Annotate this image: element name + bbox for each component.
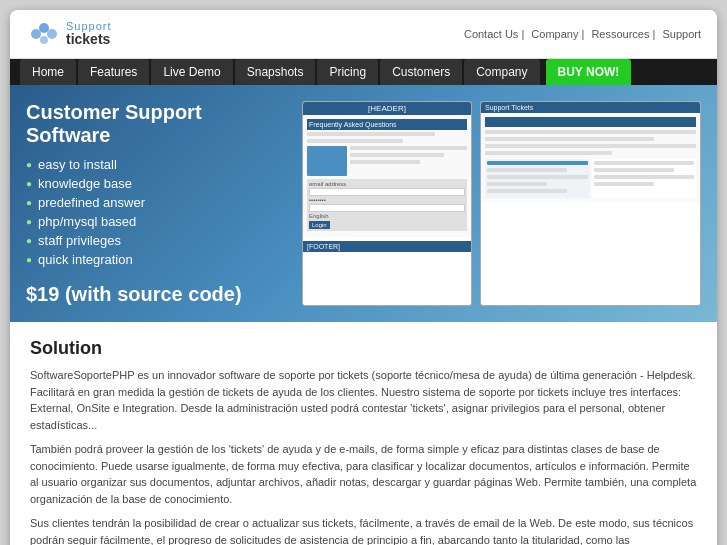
feature-knowledge: knowledge base <box>26 176 286 191</box>
nav-buy-now[interactable]: BUY NOW! <box>546 59 632 85</box>
screenshot-header-label: [HEADER] <box>303 102 471 115</box>
feature-integration: quick integration <box>26 252 286 267</box>
logo-text: Support tickets <box>66 20 112 47</box>
hero-price: $19 (with source code) <box>26 283 286 306</box>
hero-section: Customer Support Software easy to instal… <box>10 85 717 322</box>
logo-icon <box>26 16 62 52</box>
nav-live-demo[interactable]: Live Demo <box>151 59 232 85</box>
company-link[interactable]: Company <box>531 28 578 40</box>
support-link[interactable]: Support <box>662 28 701 40</box>
hero-left: Customer Support Software easy to instal… <box>26 101 286 306</box>
hero-screenshots: [HEADER] Frequently Asked Questions <box>302 101 701 306</box>
nav-company[interactable]: Company <box>464 59 539 85</box>
svg-point-1 <box>39 23 49 33</box>
feature-staff: staff privileges <box>26 233 286 248</box>
solution-title: Solution <box>30 338 697 359</box>
feature-install: easy to install <box>26 157 286 172</box>
solution-para-1: SoftwareSoportePHP es un innovador softw… <box>30 367 697 433</box>
main-content: Solution SoftwareSoportePHP es un innova… <box>10 322 717 545</box>
feature-php: php/mysql based <box>26 214 286 229</box>
feature-predefined: predefined answer <box>26 195 286 210</box>
solution-para-2: También podrá proveer la gestión de los … <box>30 441 697 507</box>
page-wrapper: Support tickets Contact Us | Company | R… <box>10 10 717 545</box>
svg-point-3 <box>40 36 48 44</box>
screenshot2-header: Support Tickets <box>481 102 700 113</box>
svg-point-2 <box>47 29 57 39</box>
screenshot-1: [HEADER] Frequently Asked Questions <box>302 101 472 306</box>
screenshot-footer-label: [FOOTER] <box>303 241 471 252</box>
nav-home[interactable]: Home <box>20 59 76 85</box>
contact-us-link[interactable]: Contact Us <box>464 28 518 40</box>
solution-section: Solution SoftwareSoportePHP es un innova… <box>30 338 697 545</box>
ressources-link[interactable]: Ressources <box>591 28 649 40</box>
nav-snapshots[interactable]: Snapshots <box>235 59 316 85</box>
top-nav-links: Contact Us | Company | Ressources | Supp… <box>460 28 701 40</box>
top-header: Support tickets Contact Us | Company | R… <box>10 10 717 59</box>
nav-customers[interactable]: Customers <box>380 59 462 85</box>
svg-point-0 <box>31 29 41 39</box>
hero-features-list: easy to install knowledge base predefine… <box>26 157 286 267</box>
nav-bar: Home Features Live Demo Snapshots Pricin… <box>10 59 717 85</box>
nav-pricing[interactable]: Pricing <box>317 59 378 85</box>
logo-area: Support tickets <box>26 16 112 52</box>
nav-features[interactable]: Features <box>78 59 149 85</box>
hero-title: Customer Support Software <box>26 101 286 147</box>
screenshot-2: Support Tickets <box>480 101 701 306</box>
solution-para-3: Sus clientes tendrán la posibilidad de c… <box>30 515 697 545</box>
